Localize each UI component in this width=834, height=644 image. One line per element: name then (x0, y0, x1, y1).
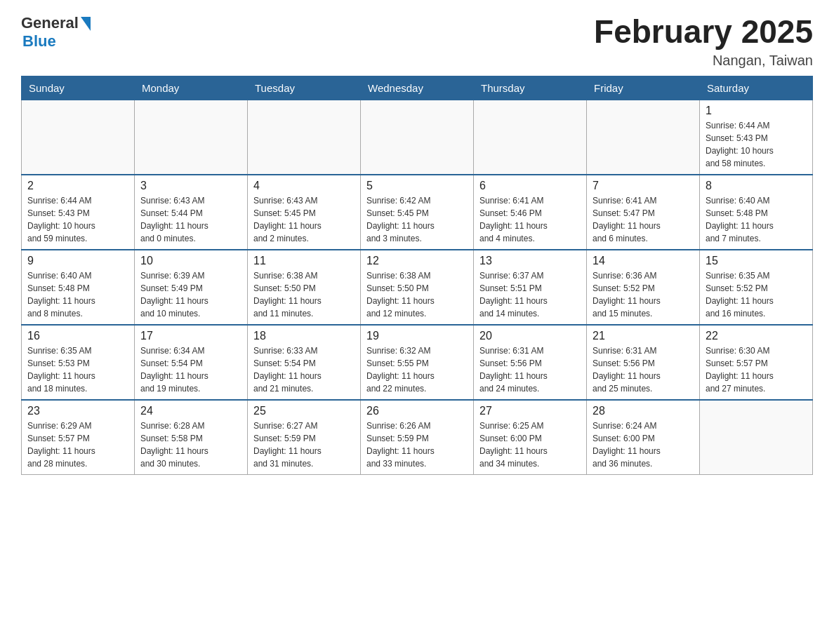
logo-blue: Blue (22, 32, 56, 50)
day-number: 19 (366, 330, 468, 342)
month-title: February 2025 (594, 14, 813, 50)
day-number: 13 (479, 255, 581, 267)
day-info: Sunrise: 6:38 AMSunset: 5:50 PMDaylight:… (253, 269, 355, 320)
weekday-header-wednesday: Wednesday (361, 76, 474, 100)
calendar-cell: 24Sunrise: 6:28 AMSunset: 5:58 PMDayligh… (135, 400, 248, 475)
calendar-cell: 28Sunrise: 6:24 AMSunset: 6:00 PMDayligh… (587, 400, 700, 475)
day-number: 14 (593, 255, 694, 267)
logo-general: General (21, 14, 79, 32)
weekday-header-row: SundayMondayTuesdayWednesdayThursdayFrid… (22, 76, 813, 100)
calendar-week-row: 16Sunrise: 6:35 AMSunset: 5:53 PMDayligh… (22, 325, 813, 400)
day-info: Sunrise: 6:32 AMSunset: 5:55 PMDaylight:… (366, 344, 468, 395)
calendar-cell: 10Sunrise: 6:39 AMSunset: 5:49 PMDayligh… (135, 250, 248, 325)
day-number: 27 (479, 405, 581, 417)
calendar-week-row: 1Sunrise: 6:44 AMSunset: 5:43 PMDaylight… (22, 100, 813, 175)
day-number: 1 (706, 105, 807, 117)
calendar-cell (135, 100, 248, 175)
weekday-header-sunday: Sunday (22, 76, 135, 100)
title-block: February 2025 Nangan, Taiwan (594, 14, 813, 69)
day-number: 10 (140, 255, 241, 267)
day-number: 28 (593, 405, 694, 417)
day-info: Sunrise: 6:35 AMSunset: 5:53 PMDaylight:… (27, 344, 128, 395)
calendar-week-row: 2Sunrise: 6:44 AMSunset: 5:43 PMDaylight… (22, 175, 813, 250)
day-number: 23 (27, 405, 128, 417)
calendar-cell: 5Sunrise: 6:42 AMSunset: 5:45 PMDaylight… (361, 175, 474, 250)
calendar-cell: 15Sunrise: 6:35 AMSunset: 5:52 PMDayligh… (700, 250, 813, 325)
calendar-cell: 7Sunrise: 6:41 AMSunset: 5:47 PMDaylight… (587, 175, 700, 250)
day-number: 6 (479, 180, 581, 192)
calendar-cell: 1Sunrise: 6:44 AMSunset: 5:43 PMDaylight… (700, 100, 813, 175)
day-info: Sunrise: 6:26 AMSunset: 5:59 PMDaylight:… (366, 420, 468, 470)
day-info: Sunrise: 6:41 AMSunset: 5:46 PMDaylight:… (479, 194, 581, 245)
day-number: 15 (706, 255, 807, 267)
day-info: Sunrise: 6:42 AMSunset: 5:45 PMDaylight:… (366, 194, 468, 245)
day-info: Sunrise: 6:31 AMSunset: 5:56 PMDaylight:… (593, 344, 694, 395)
day-info: Sunrise: 6:33 AMSunset: 5:54 PMDaylight:… (253, 344, 355, 395)
calendar-cell (361, 100, 474, 175)
day-number: 3 (140, 180, 241, 192)
day-info: Sunrise: 6:43 AMSunset: 5:44 PMDaylight:… (140, 194, 241, 245)
day-info: Sunrise: 6:30 AMSunset: 5:57 PMDaylight:… (706, 344, 807, 395)
calendar-table: SundayMondayTuesdayWednesdayThursdayFrid… (21, 76, 813, 475)
day-number: 20 (479, 330, 581, 342)
day-info: Sunrise: 6:39 AMSunset: 5:49 PMDaylight:… (140, 269, 241, 320)
calendar-cell: 2Sunrise: 6:44 AMSunset: 5:43 PMDaylight… (22, 175, 135, 250)
day-number: 22 (706, 330, 807, 342)
calendar-cell: 27Sunrise: 6:25 AMSunset: 6:00 PMDayligh… (474, 400, 587, 475)
calendar-cell: 16Sunrise: 6:35 AMSunset: 5:53 PMDayligh… (22, 325, 135, 400)
day-number: 7 (593, 180, 694, 192)
calendar-cell (700, 400, 813, 475)
day-number: 2 (27, 180, 128, 192)
day-number: 4 (253, 180, 355, 192)
calendar-cell (248, 100, 361, 175)
day-info: Sunrise: 6:44 AMSunset: 5:43 PMDaylight:… (27, 194, 128, 245)
weekday-header-friday: Friday (587, 76, 700, 100)
day-info: Sunrise: 6:31 AMSunset: 5:56 PMDaylight:… (479, 344, 581, 395)
day-info: Sunrise: 6:29 AMSunset: 5:57 PMDaylight:… (27, 420, 128, 470)
calendar-week-row: 23Sunrise: 6:29 AMSunset: 5:57 PMDayligh… (22, 400, 813, 475)
weekday-header-thursday: Thursday (474, 76, 587, 100)
day-number: 21 (593, 330, 694, 342)
day-info: Sunrise: 6:28 AMSunset: 5:58 PMDaylight:… (140, 420, 241, 470)
day-number: 8 (706, 180, 807, 192)
day-info: Sunrise: 6:40 AMSunset: 5:48 PMDaylight:… (706, 194, 807, 245)
calendar-cell (474, 100, 587, 175)
calendar-cell: 9Sunrise: 6:40 AMSunset: 5:48 PMDaylight… (22, 250, 135, 325)
calendar-cell: 19Sunrise: 6:32 AMSunset: 5:55 PMDayligh… (361, 325, 474, 400)
calendar-cell: 25Sunrise: 6:27 AMSunset: 5:59 PMDayligh… (248, 400, 361, 475)
weekday-header-monday: Monday (135, 76, 248, 100)
calendar-cell: 8Sunrise: 6:40 AMSunset: 5:48 PMDaylight… (700, 175, 813, 250)
day-number: 26 (366, 405, 468, 417)
day-info: Sunrise: 6:35 AMSunset: 5:52 PMDaylight:… (706, 269, 807, 320)
day-info: Sunrise: 6:38 AMSunset: 5:50 PMDaylight:… (366, 269, 468, 320)
day-info: Sunrise: 6:43 AMSunset: 5:45 PMDaylight:… (253, 194, 355, 245)
day-info: Sunrise: 6:37 AMSunset: 5:51 PMDaylight:… (479, 269, 581, 320)
day-number: 11 (253, 255, 355, 267)
day-info: Sunrise: 6:44 AMSunset: 5:43 PMDaylight:… (706, 119, 807, 170)
day-info: Sunrise: 6:36 AMSunset: 5:52 PMDaylight:… (593, 269, 694, 320)
calendar-cell: 11Sunrise: 6:38 AMSunset: 5:50 PMDayligh… (248, 250, 361, 325)
day-info: Sunrise: 6:34 AMSunset: 5:54 PMDaylight:… (140, 344, 241, 395)
calendar-cell: 23Sunrise: 6:29 AMSunset: 5:57 PMDayligh… (22, 400, 135, 475)
day-number: 18 (253, 330, 355, 342)
calendar-cell: 18Sunrise: 6:33 AMSunset: 5:54 PMDayligh… (248, 325, 361, 400)
weekday-header-saturday: Saturday (700, 76, 813, 100)
calendar-cell (587, 100, 700, 175)
day-info: Sunrise: 6:41 AMSunset: 5:47 PMDaylight:… (593, 194, 694, 245)
day-number: 17 (140, 330, 241, 342)
calendar-cell: 13Sunrise: 6:37 AMSunset: 5:51 PMDayligh… (474, 250, 587, 325)
day-info: Sunrise: 6:24 AMSunset: 6:00 PMDaylight:… (593, 420, 694, 470)
calendar-cell: 3Sunrise: 6:43 AMSunset: 5:44 PMDaylight… (135, 175, 248, 250)
day-number: 16 (27, 330, 128, 342)
day-info: Sunrise: 6:40 AMSunset: 5:48 PMDaylight:… (27, 269, 128, 320)
day-number: 12 (366, 255, 468, 267)
day-number: 24 (140, 405, 241, 417)
day-info: Sunrise: 6:27 AMSunset: 5:59 PMDaylight:… (253, 420, 355, 470)
calendar-cell: 12Sunrise: 6:38 AMSunset: 5:50 PMDayligh… (361, 250, 474, 325)
calendar-week-row: 9Sunrise: 6:40 AMSunset: 5:48 PMDaylight… (22, 250, 813, 325)
calendar-cell: 22Sunrise: 6:30 AMSunset: 5:57 PMDayligh… (700, 325, 813, 400)
day-number: 25 (253, 405, 355, 417)
calendar-cell: 21Sunrise: 6:31 AMSunset: 5:56 PMDayligh… (587, 325, 700, 400)
calendar-cell: 6Sunrise: 6:41 AMSunset: 5:46 PMDaylight… (474, 175, 587, 250)
calendar-cell: 26Sunrise: 6:26 AMSunset: 5:59 PMDayligh… (361, 400, 474, 475)
